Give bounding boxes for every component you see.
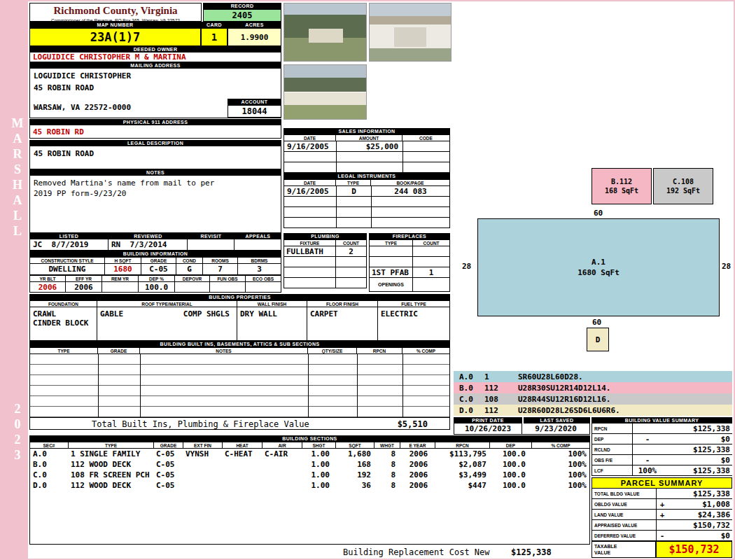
bvs-value: $125,338 [662,465,732,475]
floor-finish-value: CARPET [307,307,378,341]
legend-qty: 112 [484,406,518,415]
column-header: BDRMS [238,257,281,264]
parcel-operator: - [657,531,668,540]
photo-wall [284,92,366,105]
table-cell [413,257,450,267]
column-header: SEC# [29,442,69,449]
margin-year-text: 2023 [5,402,24,451]
sales-table: 9/16/2005$25,000 [284,141,450,173]
parcel-label: LAND VALUE [592,510,657,519]
replacement-cost-value: $125,338 [511,547,552,557]
photo-trees [284,78,366,92]
photo-ground [370,48,451,61]
photo-sky [284,4,366,15]
column-header: COUNT [336,239,367,246]
sales-information-title: SALES INFORMATION [284,128,450,134]
bvs-value: $0 [662,455,732,465]
photo-house-front[interactable] [284,64,367,120]
account-label: ACCOUNT [227,99,281,105]
legend-code: D.0 [454,406,484,415]
grid-divider [402,354,403,417]
column-header: WHGT [374,442,400,449]
sketch-dim-top: 60 [594,209,603,218]
table-row: 9/16/2005$25,000 [284,141,450,152]
bvs-label: LCF [592,465,633,475]
roof-value: GABLE COMP SHGLS [97,307,237,341]
bvs-label: RCLND [592,444,633,454]
legend-path: U28R60D28L26SD6L6U6R6. [518,406,620,415]
plumbing-title: PLUMBING [284,233,367,239]
fuel-type-value: ELECTRIC [378,307,450,341]
table-cell [403,152,450,162]
last-saved-label: LAST SAVED [524,417,590,424]
sketch-legend-row-a: A.0 1 SR60U28L60D28. [454,371,732,382]
card-value: 1 [201,28,227,46]
table-cell: FULLBATH [284,246,336,257]
roof-type-value: GABLE [100,309,123,318]
table-cell: D [337,186,372,197]
table-cell: 8 [375,460,401,469]
bedrooms-value: 3 [238,264,281,275]
bvs-operator [633,424,662,433]
table-cell: 100.0 [491,449,533,458]
table-cell: B.0 [30,460,69,469]
table-row [370,257,450,267]
parcel-value: $125,338 [668,489,732,498]
bvs-row-dep: DEP - $0 [592,434,732,444]
table-cell: $2,087 [436,460,491,469]
parcel-operator: + [657,510,668,519]
table-cell: A.0 [30,449,69,458]
table-cell [284,162,337,173]
bvs-value: $0 [662,434,732,444]
table-row: 1ST PFAB1 [370,267,450,278]
table-cell: 8 [375,470,401,479]
table-cell [337,197,372,207]
column-header: GRADE [98,347,140,354]
sketch-legend-row-d: D.0 112 U28R60D28L26SD6L6U6R6. [454,405,732,416]
table-cell [284,197,337,207]
remodel-year-value [102,282,139,293]
table-cell [337,162,403,173]
column-header: CODE [402,134,450,141]
table-cell [372,218,450,228]
table-cell: 1.00 [303,470,337,479]
sales-header-row: DATE AMOUNT CODE [284,134,450,141]
grid-divider [308,354,309,417]
foundation-value: CRAWL CINDER BLOCK [29,307,97,341]
table-cell [403,162,450,173]
column-header: TYPE [369,239,413,246]
table-cell: 112 WOOD DECK [69,481,155,490]
taxable-value-label: TAXABLE VALUE [592,541,656,558]
table-cell: 36 [337,481,375,490]
table-cell: 244 083 [372,186,450,197]
column-header: SQFT [336,442,374,449]
table-cell: 100% [533,449,589,458]
legend-path: SR60U28L60D28. [518,372,583,382]
table-cell: 8 [375,481,401,490]
table-cell [336,257,367,267]
photo-house-trees[interactable] [284,3,367,62]
column-header: FOUNDATION [29,300,97,307]
photo-roof [370,16,451,24]
built-ins-total-value: $5,510 [398,419,428,429]
table-cell: 9/16/2005 [284,186,337,197]
building-sections-body: A.01 SINGLE FAMILYC-05VYNSHC-HEATC-AIR1.… [29,449,590,545]
column-header: % COMP [532,442,590,449]
parcel-row-appraised: APPRAISED VALUE $150,732 [592,520,732,531]
table-cell: 2006 [401,449,436,458]
bvs-label: RPCN [592,424,633,433]
column-header: CONSTRUCTION STYLE [29,257,105,264]
parcel-row-obldg: OBLDG VALUE + $1,008 [592,499,732,510]
bvs-row-lcf: LCF 100% $125,338 [592,465,732,476]
table-cell [284,218,337,228]
county-title: Richmond County, Virginia [30,5,201,17]
shape-c-name: C.108 [673,178,694,186]
reviewed-label: REVIEWED [108,233,188,239]
column-header: AIR [262,442,302,449]
parcel-label: OBLDG VALUE [592,499,657,509]
fireplaces-table: 1ST PFAB1 [369,246,450,278]
table-cell: 2006 [401,460,436,469]
notes-line-2: 2019 PP form-9/23/20 [34,189,126,198]
parcel-row-deferred: DEFERRED VALUE - $0 [592,531,732,541]
photo-garage[interactable] [369,3,451,62]
